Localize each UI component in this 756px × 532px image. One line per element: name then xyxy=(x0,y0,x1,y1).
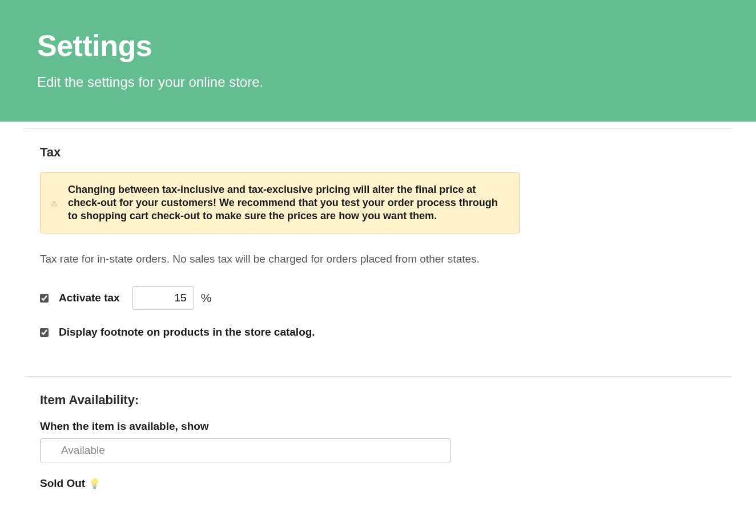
availability-section: Item Availability: When the item is avai… xyxy=(24,376,732,526)
warning-icon: ⚠ xyxy=(51,199,58,207)
tax-warning-box: ⚠ Changing between tax-inclusive and tax… xyxy=(40,172,520,233)
page-subtitle: Edit the settings for your online store. xyxy=(37,74,719,90)
tax-rate-input[interactable] xyxy=(132,286,194,310)
content-area: Tax ⚠ Changing between tax-inclusive and… xyxy=(24,128,732,526)
soldout-label: Sold Out 💡 xyxy=(40,477,716,490)
activate-tax-label: Activate tax xyxy=(59,292,120,304)
activate-tax-checkbox[interactable] xyxy=(40,294,49,303)
tax-description: Tax rate for in-state orders. No sales t… xyxy=(40,251,485,268)
footnote-checkbox[interactable] xyxy=(40,328,49,337)
tax-heading: Tax xyxy=(40,145,716,160)
activate-tax-row: Activate tax % xyxy=(40,286,716,310)
availability-heading: Item Availability: xyxy=(40,393,716,408)
available-input-wrap: 📦 xyxy=(40,438,451,462)
available-label: When the item is available, show xyxy=(40,420,716,433)
available-input[interactable] xyxy=(40,438,451,462)
page-title: Settings xyxy=(37,29,719,63)
tax-section: Tax ⚠ Changing between tax-inclusive and… xyxy=(24,128,732,376)
footnote-label: Display footnote on products in the stor… xyxy=(59,326,315,338)
soldout-field-group: Sold Out 💡 xyxy=(40,477,716,490)
soldout-label-text: Sold Out xyxy=(40,477,85,490)
available-field-group: When the item is available, show 📦 xyxy=(40,420,716,462)
footnote-row: Display footnote on products in the stor… xyxy=(40,326,716,338)
percent-symbol: % xyxy=(201,291,212,305)
page-header: Settings Edit the settings for your onli… xyxy=(0,0,756,122)
lightbulb-icon: 💡 xyxy=(89,478,100,490)
tax-warning-text: Changing between tax-inclusive and tax-e… xyxy=(68,183,505,223)
